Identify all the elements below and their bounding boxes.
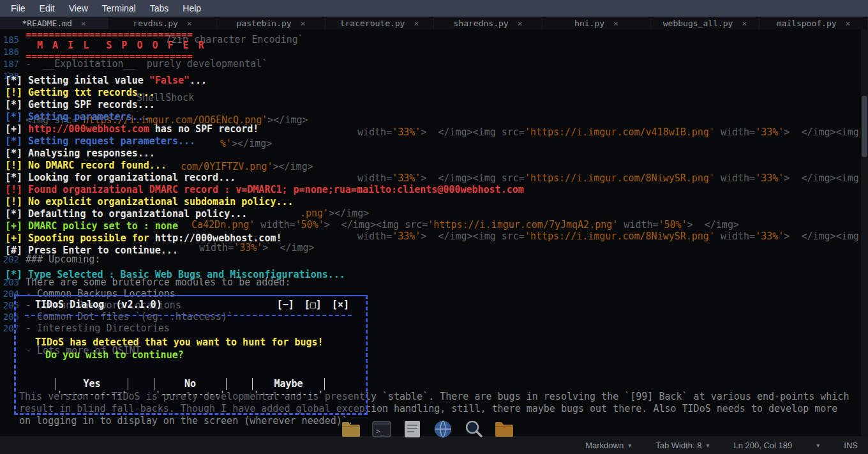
tab-close-icon[interactable]: × [187, 19, 192, 28]
dialog-button-maybe[interactable]: Maybe'-----------' [252, 378, 325, 398]
terminal-line: [!] Found organizational DMARC record : … [5, 185, 524, 195]
terminal-line: [+] http://000webhost.com has no SPF rec… [5, 124, 258, 135]
search-icon[interactable] [462, 418, 485, 441]
dialog-message: TIDoS has detected that you want to hunt… [35, 337, 324, 348]
tab-mailspoof-py[interactable]: mailspoof.py× [760, 17, 868, 29]
terminal-line: [*] Analysing responses... [5, 148, 155, 159]
editor-line: width='33%'> </img><img src='https://i.i… [357, 231, 868, 242]
editor-line: .png'></img> [300, 208, 369, 219]
chevron-down-icon: ▾ [816, 442, 819, 449]
tab-label: traceroute.py [340, 19, 405, 28]
language-mode-label: Markdown [585, 441, 624, 450]
insert-mode-indicator: INS [844, 441, 858, 450]
terminal-line: [*] Type Selected : Basic Web Bugs and M… [5, 269, 345, 280]
statusbar-menu-caret[interactable]: ▾ [816, 442, 819, 449]
tab-label: mailspoof.py [777, 19, 837, 28]
editor-line: %'></img> [220, 139, 272, 149]
tab-revdns-py[interactable]: revdns.py× [108, 17, 217, 29]
editor-line: com/0YIFTZV.png'></img> [181, 162, 313, 172]
editor-line: Ca42Dn.png' width='50%'> </img><img src=… [191, 220, 739, 231]
terminal-line: [+] DMARC policy set to : none [5, 221, 178, 232]
tab-width-label: Tab Width: 8 [655, 441, 701, 450]
tab-bar: *README.md×revdns.py×pastebin.py×tracero… [0, 17, 868, 29]
dialog-button-edge: '-----------' [252, 390, 325, 398]
tab-width-dropdown[interactable]: Tab Width: 8 ▾ [655, 441, 709, 450]
terminal-line: [*] Setting parameters... [5, 112, 149, 123]
dialog-question: Do you wish to continue? [45, 349, 184, 361]
vertical-scrollbar[interactable] [861, 29, 868, 436]
tab-label: sharedns.py [454, 19, 509, 28]
menu-bar: FileEditViewTerminalTabsHelp [0, 0, 868, 17]
insert-mode-label: INS [844, 441, 858, 450]
dialog-button-yes[interactable]: Yes'-----------' [56, 378, 128, 398]
tab-close-icon[interactable]: × [742, 19, 747, 28]
dialog-title: TIDoS Dialog (v2.1.0) [35, 299, 162, 310]
menu-item-edit[interactable]: Edit [33, 0, 62, 17]
tab-close-icon[interactable]: × [518, 19, 523, 28]
terminal-line: [*] Getting SPF records... [5, 100, 155, 110]
line-number: 187 [0, 59, 19, 70]
terminal-line: [*] Defaulting to organizational policy.… [5, 209, 247, 220]
dialog-button-edge: '-----------' [56, 390, 128, 398]
line-number: 185 [0, 34, 19, 45]
folder-icon[interactable] [340, 418, 363, 441]
terminal-line: ============================= [26, 29, 193, 40]
terminal-line: [!] No DMARC record found... [5, 160, 167, 171]
terminal-line: [*] Setting inital value "False"... [5, 75, 207, 86]
menu-item-file[interactable]: File [4, 0, 33, 17]
chevron-down-icon: ▾ [706, 442, 709, 449]
dialog-button-edge: '-----------' [154, 390, 227, 398]
tab-webbugs-all-py[interactable]: webbugs_all.py× [651, 17, 760, 29]
tab-close-icon[interactable]: × [846, 19, 851, 28]
language-mode-dropdown[interactable]: Markdown ▾ [585, 441, 631, 450]
files-icon[interactable] [401, 418, 424, 441]
tab-readme-md[interactable]: *README.md× [0, 17, 108, 29]
tab-label: revdns.py [133, 19, 177, 28]
menu-item-terminal[interactable]: Terminal [95, 0, 143, 17]
documents-folder-icon[interactable] [493, 418, 516, 441]
dialog-close-button[interactable]: [×] [332, 299, 349, 310]
tab-close-icon[interactable]: × [414, 19, 419, 28]
browser-icon[interactable] [431, 418, 454, 441]
menu-item-help[interactable]: Help [176, 0, 208, 17]
tab-hni-py[interactable]: hni.py× [542, 17, 651, 29]
chevron-down-icon: ▾ [628, 442, 631, 449]
tab-pastebin-py[interactable]: pastebin.py× [217, 17, 326, 29]
terminal-line: [#] Press Enter to continue... [5, 245, 178, 256]
terminal-line: [*] Looking for organizational record... [5, 172, 236, 183]
dialog-maximize-button[interactable]: [□] [304, 299, 322, 310]
tab-close-icon[interactable]: × [81, 19, 86, 28]
terminal-line: [!] Getting txt records... [5, 87, 155, 98]
menu-item-view[interactable]: View [62, 0, 95, 17]
line-number: 186 [0, 47, 19, 57]
scrollbar-thumb[interactable] [862, 96, 867, 157]
tab-sharedns-py[interactable]: sharedns.py× [434, 17, 542, 29]
cursor-position-label: Ln 200, Col 189 [734, 441, 793, 450]
menu-item-tabs[interactable]: Tabs [143, 0, 176, 17]
editor-line: width='33%'> </img> [199, 243, 315, 253]
dialog-minimize-button[interactable]: [−] [277, 299, 294, 310]
dialog-separator [25, 315, 352, 316]
dialog-button-no[interactable]: No'-----------' [154, 378, 227, 398]
tab-traceroute-py[interactable]: traceroute.py× [326, 17, 434, 29]
dialog-buttons: Yes'-----------'No'-----------'Maybe'---… [56, 378, 325, 398]
terminal-line: [!] No explicit organizational subdomain… [5, 197, 294, 208]
terminal-icon[interactable]: >_ [370, 418, 393, 441]
tab-label: *README.md [22, 19, 71, 28]
dock: >_ [340, 418, 516, 441]
tab-label: hni.py [574, 19, 604, 28]
dialog-window: TIDoS Dialog (v2.1.0) [−] [□] [×] TIDoS … [14, 295, 368, 415]
tab-close-icon[interactable]: × [301, 19, 306, 28]
editor-line: width='33%'> </img><img src='https://i.i… [357, 127, 868, 138]
editor-line: on logging in to display on the screen (… [19, 416, 354, 427]
terminal-line: ============================= [26, 51, 193, 62]
editor-line: width='33%'> </img><img src='https://i.i… [357, 173, 868, 184]
dialog-window-controls: [−] [□] [×] [277, 299, 349, 310]
tab-close-icon[interactable]: × [613, 19, 618, 28]
tab-label: pastebin.py [237, 19, 292, 28]
terminal-line: [+] Spoofing possible for http://000webh… [5, 233, 282, 244]
tab-label: webbugs_all.py [663, 19, 733, 28]
cursor-position[interactable]: Ln 200, Col 189 [734, 441, 793, 450]
terminal-line: [*] Setting request parameters... [5, 136, 195, 147]
terminal-line: M A I L S P O O F E R [37, 40, 206, 51]
